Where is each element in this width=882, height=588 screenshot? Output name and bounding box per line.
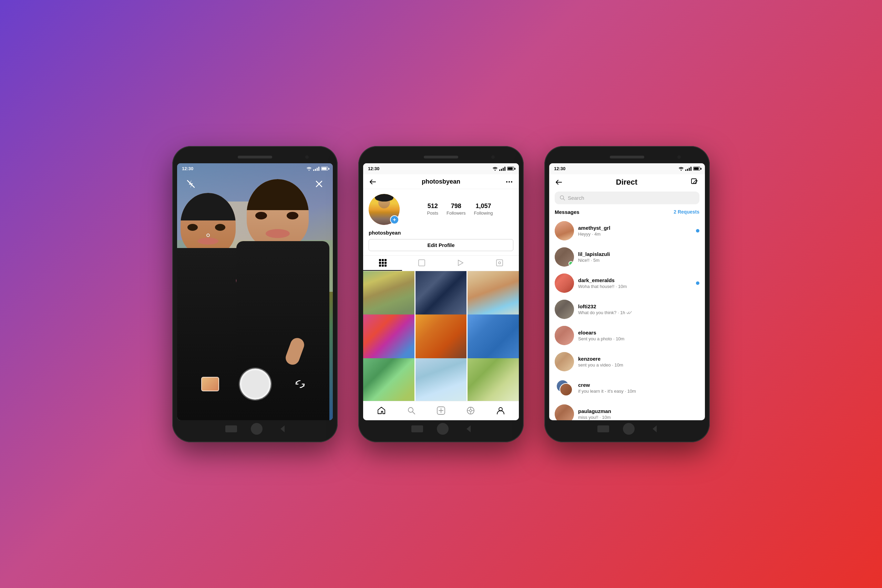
nav-reels[interactable] bbox=[465, 405, 476, 416]
phone-camera: 12:30 bbox=[172, 146, 338, 442]
unread-indicator bbox=[696, 229, 699, 232]
camera-controls-bottom bbox=[177, 369, 333, 400]
phone-bottom-hardware bbox=[363, 420, 519, 438]
avatar-ken bbox=[555, 352, 574, 371]
status-bar: 12:30 bbox=[363, 163, 519, 174]
nav-profile[interactable] bbox=[495, 405, 506, 416]
following-stat[interactable]: 1,057 Following bbox=[474, 202, 493, 216]
back-button-hardware bbox=[597, 425, 609, 432]
camera-controls-top bbox=[177, 177, 333, 191]
reels-icon bbox=[466, 406, 475, 415]
msg-username: lofti232 bbox=[578, 303, 699, 309]
phone-profile: 12:30 bbox=[358, 146, 524, 442]
battery-icon bbox=[321, 167, 328, 171]
nav-add[interactable] bbox=[436, 405, 446, 416]
gallery-thumbnail[interactable] bbox=[201, 377, 219, 391]
msg-info-crew: crew if you learn it - it's easy · 10m bbox=[578, 382, 699, 394]
camera-screen: 12:30 bbox=[177, 163, 333, 420]
svg-line-13 bbox=[412, 412, 415, 414]
photo-grid bbox=[363, 271, 519, 401]
phone-top-hardware bbox=[363, 151, 519, 163]
message-item-elo[interactable]: eloears Sent you a photo · 10m bbox=[549, 322, 705, 349]
back-button[interactable] bbox=[555, 178, 563, 186]
photo-cell-9[interactable] bbox=[468, 358, 519, 401]
tab-tagged[interactable] bbox=[480, 256, 519, 271]
svg-point-11 bbox=[498, 262, 501, 264]
more-options-button[interactable] bbox=[505, 178, 513, 186]
compose-button[interactable] bbox=[690, 178, 699, 187]
svg-rect-10 bbox=[496, 260, 502, 266]
tab-video[interactable] bbox=[441, 256, 480, 271]
message-item-paula[interactable]: paulaguzman miss you!! · 10m bbox=[549, 401, 705, 420]
svg-point-0 bbox=[309, 170, 310, 171]
message-item-crew[interactable]: crew if you learn it - it's easy · 10m bbox=[549, 375, 705, 401]
phone-bottom-hardware bbox=[177, 420, 333, 438]
message-item-lapis[interactable]: lil_lapislazuli Nice!! · 5m bbox=[549, 244, 705, 270]
msg-username: kenzoere bbox=[578, 356, 699, 362]
status-icons bbox=[679, 167, 700, 171]
back-button[interactable] bbox=[369, 178, 377, 186]
battery-icon bbox=[507, 167, 514, 171]
recents-button-hardware bbox=[648, 425, 657, 432]
message-item-dark[interactable]: dark_emeralds Woha that house!! · 10m bbox=[549, 270, 705, 296]
avatar-paula bbox=[555, 404, 574, 420]
svg-point-24 bbox=[681, 170, 682, 171]
speaker-grill bbox=[424, 156, 458, 159]
tab-single[interactable] bbox=[402, 256, 441, 271]
message-item-ken[interactable]: kenzoere sent you a video · 10m bbox=[549, 349, 705, 375]
flash-off-button[interactable] bbox=[184, 177, 198, 191]
msg-info-elo: eloears Sent you a photo · 10m bbox=[578, 330, 699, 341]
svg-point-5 bbox=[506, 181, 507, 183]
nav-search[interactable] bbox=[406, 405, 417, 416]
msg-info-lapis: lil_lapislazuli Nice!! · 5m bbox=[578, 251, 699, 263]
unread-indicator bbox=[696, 281, 699, 285]
msg-info-dark: dark_emeralds Woha that house!! · 10m bbox=[578, 277, 699, 289]
phone-direct: 12:30 bbox=[544, 146, 710, 442]
msg-preview: Sent you a photo · 10m bbox=[578, 336, 699, 341]
phone-top-hardware bbox=[177, 151, 333, 163]
profile-display-name: photosbyean bbox=[363, 230, 519, 239]
avatar-dark bbox=[555, 273, 574, 293]
wifi-icon bbox=[493, 167, 498, 171]
msg-info-lofti: lofti232 What do you think? · 1h bbox=[578, 303, 699, 315]
photo-cell-8[interactable] bbox=[416, 358, 467, 401]
shutter-button[interactable] bbox=[240, 369, 271, 400]
home-button-hardware bbox=[251, 423, 262, 435]
phones-container: 12:30 bbox=[172, 146, 710, 442]
avatar-elo bbox=[555, 326, 574, 345]
recents-button-hardware bbox=[276, 425, 285, 432]
nav-home[interactable] bbox=[376, 405, 387, 416]
photo-cell-7[interactable] bbox=[363, 358, 414, 401]
flip-camera-button[interactable] bbox=[291, 377, 309, 391]
search-icon bbox=[407, 406, 416, 415]
home-button-hardware bbox=[623, 423, 634, 435]
following-count: 1,057 bbox=[474, 202, 493, 210]
direct-header: Direct bbox=[549, 174, 705, 189]
bottom-nav bbox=[363, 401, 519, 420]
profile-screen: 12:30 bbox=[363, 163, 519, 420]
message-item-amethyst[interactable]: amethyst_grl Heyyy · 4m bbox=[549, 218, 705, 244]
messages-header: Messages 2 Requests bbox=[549, 208, 705, 218]
phone-bottom-hardware bbox=[549, 420, 705, 438]
close-button[interactable] bbox=[312, 177, 326, 191]
message-item-lofti[interactable]: lofti232 What do you think? · 1h bbox=[549, 296, 705, 322]
back-button-hardware bbox=[411, 425, 423, 432]
requests-button[interactable]: 2 Requests bbox=[674, 209, 699, 214]
back-arrow-icon bbox=[369, 178, 377, 186]
avatar-container: + bbox=[369, 194, 400, 225]
close-icon bbox=[314, 179, 324, 189]
followers-label: Followers bbox=[447, 210, 466, 216]
search-bar[interactable]: Search bbox=[555, 192, 699, 204]
online-indicator bbox=[568, 261, 573, 266]
direct-screen: 12:30 bbox=[549, 163, 705, 420]
profile-stats: 512 Posts 798 Followers 1,057 Following bbox=[406, 202, 513, 216]
svg-point-6 bbox=[508, 181, 510, 183]
search-placeholder: Search bbox=[568, 195, 584, 201]
speaker-grill bbox=[610, 156, 644, 159]
followers-stat[interactable]: 798 Followers bbox=[447, 202, 466, 216]
add-button[interactable]: + bbox=[390, 215, 399, 224]
edit-profile-button[interactable]: Edit Profile bbox=[369, 239, 513, 251]
tab-grid[interactable] bbox=[363, 256, 402, 271]
front-camera-hardware bbox=[305, 155, 309, 159]
profile-info: + 512 Posts 798 Followers 1,057 bbox=[363, 189, 519, 230]
